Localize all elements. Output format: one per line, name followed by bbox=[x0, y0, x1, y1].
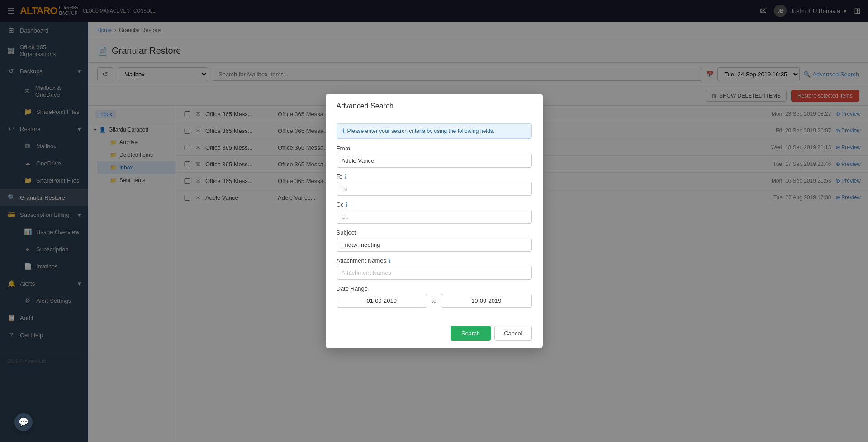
cc-input[interactable] bbox=[337, 210, 532, 224]
modal-info-banner: ℹ Please enter your search criteria by u… bbox=[337, 123, 532, 139]
modal-info-text: Please enter your search criteria by usi… bbox=[347, 128, 495, 134]
cc-field-group: Cc ℹ bbox=[337, 201, 532, 224]
modal-cancel-button[interactable]: Cancel bbox=[494, 326, 531, 341]
attachment-field-group: Attachment Names ℹ bbox=[337, 257, 532, 280]
to-label: To ℹ bbox=[337, 173, 532, 180]
attachment-help-icon[interactable]: ℹ bbox=[389, 258, 391, 264]
to-input[interactable] bbox=[337, 182, 532, 196]
modal-search-button[interactable]: Search bbox=[451, 326, 491, 341]
date-from-input[interactable] bbox=[337, 294, 427, 308]
chat-icon: 💬 bbox=[19, 417, 28, 427]
to-help-icon[interactable]: ℹ bbox=[345, 174, 347, 180]
from-input[interactable] bbox=[337, 154, 532, 168]
from-field-group: From bbox=[337, 145, 532, 168]
modal-overlay: Advanced Search ℹ Please enter your sear… bbox=[0, 0, 868, 442]
subject-label: Subject bbox=[337, 229, 532, 236]
date-range-separator: to bbox=[432, 297, 436, 304]
subject-input[interactable] bbox=[337, 238, 532, 252]
cc-label: Cc ℹ bbox=[337, 201, 532, 208]
chat-bubble[interactable]: 💬 bbox=[14, 413, 33, 431]
date-range-field-group: Date Range to bbox=[337, 285, 532, 308]
info-icon: ℹ bbox=[342, 127, 345, 135]
date-range-label: Date Range bbox=[337, 285, 532, 292]
modal-footer: Search Cancel bbox=[326, 320, 543, 348]
to-field-group: To ℹ bbox=[337, 173, 532, 196]
from-label: From bbox=[337, 145, 532, 152]
date-range-row: to bbox=[337, 294, 532, 308]
advanced-search-modal: Advanced Search ℹ Please enter your sear… bbox=[326, 94, 543, 348]
modal-header: Advanced Search bbox=[326, 94, 543, 116]
date-to-input[interactable] bbox=[441, 294, 532, 308]
cc-help-icon[interactable]: ℹ bbox=[346, 202, 348, 208]
subject-field-group: Subject bbox=[337, 229, 532, 252]
modal-body: ℹ Please enter your search criteria by u… bbox=[326, 116, 543, 320]
attachment-label: Attachment Names ℹ bbox=[337, 257, 532, 264]
attachment-input[interactable] bbox=[337, 266, 532, 280]
